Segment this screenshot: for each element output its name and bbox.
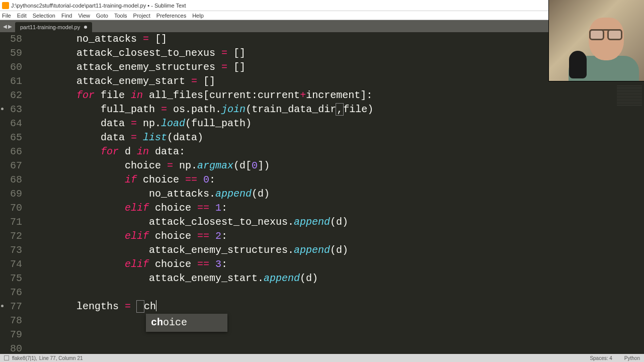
line-number: 69 — [0, 187, 22, 201]
app-icon — [2, 2, 9, 9]
line-number: 71 — [0, 215, 22, 229]
line-number: 77 — [0, 300, 22, 314]
line-number: 67 — [0, 159, 22, 173]
status-indent[interactable]: Spaces: 4 — [590, 355, 612, 361]
code-line[interactable]: attack_enemy_start.append(d) — [28, 272, 644, 286]
status-linter[interactable]: flake8(7|1), — [12, 355, 37, 361]
window-title: J:\pythonsc2stuff\tutorial-code\part11-t… — [11, 3, 186, 9]
code-line[interactable]: for d in data: — [28, 145, 644, 159]
line-number: 74 — [0, 257, 22, 272]
menu-preferences[interactable]: Preferences — [156, 13, 186, 19]
menu-tools[interactable]: Tools — [114, 13, 127, 19]
code-line[interactable]: data = np.load(full_path) — [28, 117, 644, 131]
menu-file[interactable]: File — [2, 13, 11, 19]
code-line[interactable]: no_attacks.append(d) — [28, 187, 644, 201]
line-number: 62 — [0, 88, 22, 103]
editor[interactable]: 5859606162636465666768697071727374757677… — [0, 32, 644, 354]
code-line[interactable]: for file in all_files[current:current+in… — [28, 88, 644, 103]
code-line[interactable] — [28, 286, 644, 300]
line-number: 63 — [0, 103, 22, 117]
line-number: 61 — [0, 74, 22, 88]
code-line[interactable]: data = list(data) — [28, 131, 644, 145]
autocomplete-match: ch — [151, 317, 163, 328]
menu-selection[interactable]: Selection — [33, 13, 55, 19]
menu-view[interactable]: View — [78, 13, 90, 19]
title-bar: J:\pythonsc2stuff\tutorial-code\part11-t… — [0, 0, 644, 11]
menu-find[interactable]: Find — [61, 13, 72, 19]
panel-switcher-icon[interactable] — [4, 355, 9, 360]
code-line[interactable] — [28, 314, 644, 328]
menu-bar[interactable]: File Edit Selection Find View Goto Tools… — [0, 11, 644, 20]
status-bar: flake8(7|1), Line 77, Column 21 Spaces: … — [0, 354, 644, 362]
status-position[interactable]: Line 77, Column 21 — [39, 355, 83, 361]
tab-strip: ◀ ▶ part11-training-model.py — [0, 20, 644, 32]
code-line[interactable]: choice = np.argmax(d[0]) — [28, 159, 644, 173]
gutter: 5859606162636465666768697071727374757677… — [0, 32, 28, 354]
nav-fwd-icon[interactable]: ▶ — [8, 24, 12, 29]
line-number: 79 — [0, 328, 22, 342]
line-number: 64 — [0, 117, 22, 131]
line-number: 58 — [0, 32, 22, 46]
code-line[interactable] — [28, 328, 644, 342]
nav-arrows[interactable]: ◀ ▶ — [0, 20, 15, 32]
line-number: 60 — [0, 60, 22, 74]
menu-project[interactable]: Project — [133, 13, 150, 19]
line-number: 59 — [0, 46, 22, 60]
minimap[interactable] — [617, 85, 642, 106]
code-line[interactable]: elif choice == 3: — [28, 257, 644, 272]
tab-active[interactable]: part11-training-model.py — [15, 22, 92, 32]
line-number: 66 — [0, 145, 22, 159]
line-number: 72 — [0, 229, 22, 243]
code-line[interactable]: full_path = os.path.join(train_data_dir,… — [28, 103, 644, 117]
code-line[interactable]: attack_closest_to_nexus.append(d) — [28, 215, 644, 229]
code-line[interactable]: elif choice == 1: — [28, 201, 644, 215]
nav-back-icon[interactable]: ◀ — [3, 24, 7, 29]
dirty-indicator-icon — [84, 26, 87, 29]
webcam-overlay — [548, 0, 644, 81]
autocomplete-popup[interactable]: choice — [146, 314, 227, 332]
tab-label: part11-training-model.py — [20, 24, 80, 30]
code-line[interactable]: attack_enemy_structures.append(d) — [28, 243, 644, 257]
line-number: 76 — [0, 286, 22, 300]
line-number: 68 — [0, 173, 22, 187]
line-number: 78 — [0, 314, 22, 328]
line-number: 73 — [0, 243, 22, 257]
autocomplete-rest: oice — [163, 317, 187, 328]
menu-goto[interactable]: Goto — [96, 13, 108, 19]
status-syntax[interactable]: Python — [624, 355, 640, 361]
menu-edit[interactable]: Edit — [17, 13, 27, 19]
code-line[interactable]: elif choice == 2: — [28, 229, 644, 243]
menu-help[interactable]: Help — [192, 13, 204, 19]
code-line[interactable]: if choice == 0: — [28, 173, 644, 187]
line-number: 70 — [0, 201, 22, 215]
code-line[interactable]: lengths = ch — [28, 300, 644, 314]
line-number: 75 — [0, 272, 22, 286]
line-number: 65 — [0, 131, 22, 145]
